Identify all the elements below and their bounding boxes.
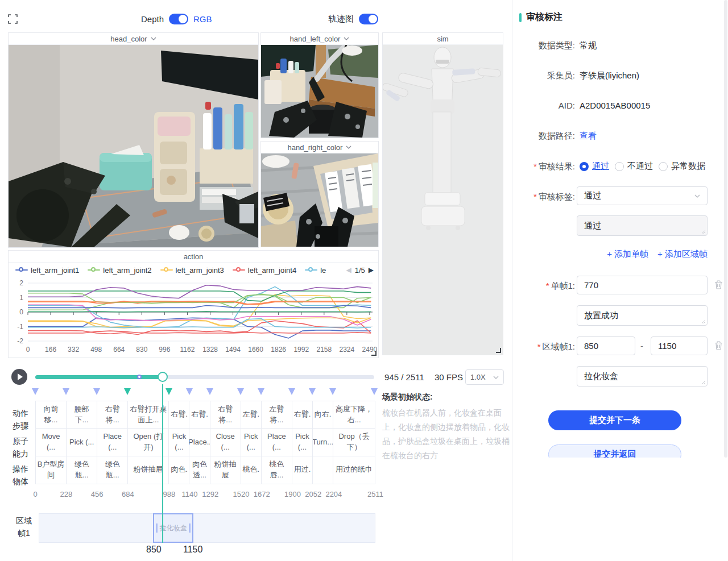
camera-panel-hand-left: hand_left_color [260,32,379,138]
timeline-marker-2204[interactable] [329,388,336,395]
textarea-resize-icon[interactable] [701,319,706,324]
fullscreen-icon[interactable] [8,14,18,24]
step-column[interactable]: 右臂将...Place (...绿色瓶... [97,401,128,484]
svg-text:1162: 1162 [180,346,195,354]
textarea-resize-icon[interactable] [701,230,706,234]
step-column[interactable]: 左臂将...Place (...桃色唇... [262,401,292,484]
legend-next-icon[interactable]: ▶ [369,266,374,274]
review-scroll-area: 审核标注 数据类型: 常规 采集员: 李轶晨(liyichen) AID: A2… [512,0,728,458]
step-column[interactable]: 右臂将...Close (...粉饼抽屉 [210,401,241,484]
timeline-marker-228[interactable] [63,388,69,395]
delete-single-frame-icon[interactable] [714,280,723,289]
axis-tick: 1900 [284,490,301,498]
submit-back-button[interactable]: 提交并返回 [548,444,681,458]
radio-icon[interactable] [615,162,624,171]
add-frame-links: + 添加单帧 + 添加区域帧 [577,249,708,260]
svg-text:-1: -1 [17,323,23,331]
add-region-frame-link[interactable]: + 添加区域帧 [657,249,708,260]
radio-option-fail[interactable]: 不通过 [615,161,653,172]
textarea-resize-icon[interactable] [701,380,706,385]
region-frame-label: *区域帧1: [512,342,575,352]
timeline-slider[interactable] [35,375,374,379]
step-column[interactable]: 向右.Turn... [313,401,333,484]
step-column[interactable]: 向前移...Move (...B户型房间 [36,401,67,484]
region-note-textarea[interactable]: 拉化妆盒 [577,366,708,387]
scrollbar[interactable] [724,0,727,458]
radio-option-pass[interactable]: 通过 [580,161,609,172]
region-start-input[interactable]: 850 [577,336,635,355]
svg-text:2: 2 [19,279,23,287]
action-line-chart[interactable]: 210-1-2016633249866483099611621328149416… [9,277,378,358]
axis-tick: 1140 [182,490,198,498]
playhead-cursor[interactable] [162,384,163,543]
radio-option-abnormal[interactable]: 异常数据 [659,161,705,172]
legend-item-le[interactable]: le [305,266,326,275]
timeline-marker-988[interactable] [166,388,172,395]
resize-handle-icon[interactable] [371,351,377,356]
slider-progress [35,375,163,379]
timeline-marker-1140[interactable] [186,388,193,395]
camera-select-hand-left[interactable]: hand_left_color [261,33,378,45]
timeline-marker-0[interactable] [32,388,39,395]
step-cell-object: 肉色. [169,456,189,484]
step-column[interactable]: 右臂.Place..肉色透... [189,401,210,484]
step-column[interactable]: 右臂.Pick (...用过. [292,401,313,484]
step-column[interactable]: 腰部下...Pick (...绿色瓶... [67,401,97,484]
review-panel: 审核标注 数据类型: 常规 采集员: 李轶晨(liyichen) AID: A2… [512,0,728,561]
radio-icon[interactable] [659,162,668,171]
sim-viewport[interactable] [383,45,503,355]
step-column[interactable]: 左臂.Pick (...桃色. [241,401,262,484]
step-column[interactable]: 高度下降，右...Drop（丢下）用过的纸巾 [333,401,375,484]
region-handle-left[interactable] [156,523,158,533]
tag-note-textarea[interactable]: 通过 [577,215,708,236]
depth-rgb-toggle-group: Depth RGB [141,14,212,24]
legend-item-left_arm_joint4[interactable]: left_arm_joint4 [233,266,296,275]
legend-prev-icon[interactable]: ◀ [346,266,351,274]
region-handle-right[interactable] [189,523,191,533]
submit-next-button[interactable]: 提交并下一条 [548,410,681,430]
step-cell-action: 右臂. [189,401,209,429]
speed-select[interactable]: 1.0X [465,369,504,385]
region-frame-track[interactable]: 拉化妆盒 [39,513,375,543]
camera-select-hand-right[interactable]: hand_right_color [261,142,378,153]
legend-item-left_arm_joint1[interactable]: left_arm_joint1 [15,266,79,275]
timeline-marker-684[interactable] [124,388,131,395]
axis-tick: 2511 [367,490,383,498]
legend-item-left_arm_joint2[interactable]: left_arm_joint2 [88,266,151,275]
slider-handle[interactable] [158,372,168,382]
trajectory-switch[interactable] [359,14,378,24]
single-frame-input[interactable]: 770 [577,276,708,294]
step-cell-object: 桃色. [241,456,261,484]
step-column[interactable]: 右臂.Pick (...肉色. [169,401,189,484]
timeline-marker-1900[interactable] [288,388,295,395]
step-cell-object: 绿色瓶... [67,456,97,484]
delete-region-frame-icon[interactable] [714,341,723,350]
timeline-marker-1672[interactable] [258,388,264,395]
region-end-input[interactable]: 1150 [651,336,708,355]
axis-tick: 0 [33,490,37,498]
tag-select[interactable]: 通过 [577,186,708,205]
aid-value: A2D0015AB00015 [580,101,650,110]
resize-handle-icon[interactable] [496,348,501,353]
svg-text:-2: -2 [17,337,23,345]
add-single-frame-link[interactable]: + 添加单帧 [607,249,648,260]
radio-icon[interactable] [580,162,589,171]
timeline-marker-456[interactable] [93,388,100,395]
step-cell-object: 绿色瓶... [97,456,127,484]
play-button[interactable] [11,369,27,385]
data-path-link[interactable]: 查看 [580,131,597,142]
timeline-marker-1520[interactable] [237,388,244,395]
series-right_arm_joint1 [28,285,371,298]
region-selection[interactable]: 拉化妆盒 [153,513,193,543]
step-cell-action: 左臂. [241,401,261,429]
step-cell-object: 用过的纸巾 [333,456,375,484]
camera-select-head[interactable]: head_color [9,33,258,45]
depth-rgb-switch[interactable] [169,14,188,24]
timeline-marker-1292[interactable] [206,388,213,395]
single-frame-note-textarea[interactable]: 放置成功 [577,305,708,326]
timeline-marker-2052[interactable] [309,388,316,395]
single-frame-dot[interactable] [137,375,142,379]
timeline-marker-2511[interactable] [371,388,378,395]
legend-item-left_arm_joint3[interactable]: left_arm_joint3 [160,266,224,275]
step-cell-action: 左臂将... [262,401,292,429]
